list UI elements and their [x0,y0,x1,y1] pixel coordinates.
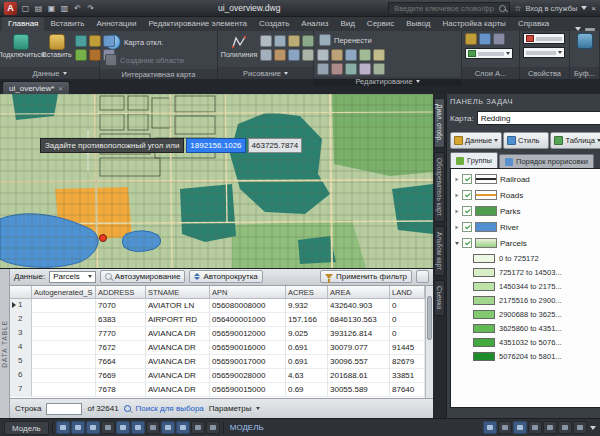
polyline-button[interactable]: Полилиния [221,33,257,59]
cell-stname[interactable]: AVIANCA DR [146,369,210,383]
tool-icon[interactable] [103,35,115,47]
column-header[interactable]: STNAME [146,286,210,299]
cell-address[interactable]: 7664 [96,355,146,369]
help-search-box[interactable] [388,2,510,15]
osnap-icon[interactable] [131,421,145,434]
column-header[interactable]: ACRES [286,286,328,299]
layer-checkbox[interactable] [462,206,472,216]
cell-area[interactable]: 30079.077 [328,341,390,355]
workspace-icon[interactable] [528,421,542,434]
cell-autogenerated[interactable] [32,369,96,383]
layer-tool-icon[interactable] [493,33,505,45]
cell-area[interactable]: 201688.61 [328,369,390,383]
column-header[interactable]: APN [210,286,286,299]
column-header[interactable]: ADDRESS [96,286,146,299]
layer-row[interactable]: Roads [453,187,600,203]
tool-icon[interactable] [302,35,314,47]
ribbon-group-label[interactable]: Свойства [520,67,569,79]
ribbon-tab[interactable]: Аннотации [90,17,142,31]
layer-checkbox[interactable] [462,174,472,184]
cell-autogenerated[interactable] [32,383,96,397]
annotation-scale-icon[interactable] [513,421,527,434]
cell-acres[interactable]: 9.932 [286,299,328,313]
cell-area[interactable]: 30096.557 [328,355,390,369]
ribbon-tab[interactable]: Редактирование элемента [142,17,253,31]
infer-constraints-icon[interactable] [56,421,70,434]
table-scrollbar[interactable] [425,286,433,398]
map-viewport[interactable]: Задайте противоположный угол или 1892156… [0,94,433,268]
model-tab[interactable]: Модель [4,421,49,435]
ribbon-group-label[interactable]: Данные [0,67,99,79]
cell-area[interactable]: 30055.589 [328,383,390,397]
ribbon-tab[interactable]: Вывод [400,17,436,31]
favorites-icon[interactable]: ☆ [514,4,521,13]
insert-button[interactable]: Вставить [42,33,72,59]
display-manager-tab[interactable]: Порядок прорисовки [499,154,594,168]
status-options-chevron-icon[interactable] [590,426,596,430]
ducs-icon[interactable] [161,421,175,434]
autozoom-toggle[interactable]: Автозумирование [100,270,186,283]
search-icon[interactable] [499,5,506,12]
cell-acres[interactable]: 157.166 [286,313,328,327]
grid-icon[interactable] [86,421,100,434]
task-toolbar-button[interactable]: Данные [450,132,502,149]
cell-land[interactable]: 0 [390,313,425,327]
data-table[interactable]: Autogenerated_S ADDRESS STNAME APN ACRES… [10,286,433,398]
table-row[interactable]: 7 7678 AVIANCA DR 056590015000 0.69 3005… [10,383,425,397]
buffer-icon[interactable] [577,33,593,49]
cell-address[interactable]: 6383 [96,313,146,327]
ribbon-group-label[interactable]: Редактирование [314,77,461,86]
tool-icon[interactable] [260,35,272,47]
expand-icon[interactable] [456,177,459,181]
cell-autogenerated[interactable] [32,313,96,327]
polar-icon[interactable] [116,421,130,434]
tool-icon[interactable] [75,35,87,47]
cell-land[interactable]: 33851 [390,369,425,383]
clean-screen-icon[interactable] [573,421,587,434]
palette-tab[interactable]: Альбом карт [434,226,445,276]
cell-area[interactable]: 6846130.563 [328,313,390,327]
tool-icon[interactable] [89,35,101,47]
autoscale-icon[interactable] [498,421,512,434]
table-row[interactable]: 3 7770 AVIANCA DR 056590012000 9.025 393… [10,327,425,341]
scrollbar-thumb[interactable] [427,296,432,340]
expand-icon[interactable] [456,225,459,229]
ribbon-tab[interactable]: Настройка карты [436,17,511,31]
tool-icon[interactable] [317,49,329,61]
options-chevron-icon[interactable] [256,407,260,410]
table-options-icon[interactable] [416,270,429,283]
ribbon-tab[interactable]: Создать [253,17,295,31]
cell-area[interactable]: 432640.903 [328,299,390,313]
display-manager-tab[interactable]: Группы [450,152,498,168]
coordinate-y-input[interactable]: 463725.7874 [248,138,303,153]
cell-stname[interactable]: AVIANCA DR [146,327,210,341]
search-to-select-link[interactable]: Поиск для выбора [136,404,204,413]
cell-acres[interactable]: 9.025 [286,327,328,341]
cell-land[interactable]: 0 [390,327,425,341]
cell-acres[interactable]: 4.63 [286,369,328,383]
palette-tab[interactable]: Обозреватель карт [434,152,445,222]
cell-autogenerated[interactable] [32,341,96,355]
ribbon-tab[interactable]: Сервис [361,17,400,31]
tool-icon[interactable] [331,63,343,75]
task-toolbar-button[interactable]: Таблица [550,132,600,149]
ribbon-tab[interactable]: Анализ [295,17,334,31]
legend-item[interactable]: 2175516 to 2900... [473,293,600,307]
ortho-icon[interactable] [101,421,115,434]
palette-tab[interactable]: Съемка [434,280,445,315]
ribbon-group-label[interactable]: Интерактивная карта [100,69,217,79]
cell-apn[interactable]: 056590012000 [210,327,286,341]
layer-row-parcels[interactable]: Parcels [453,235,600,251]
legend-item[interactable]: 1450344 to 2175... [473,279,600,293]
autoscroll-toggle[interactable]: Автопрокрутка [189,270,262,283]
cell-land[interactable]: 0 [390,299,425,313]
layer-row[interactable]: Parks [453,203,600,219]
new-file-icon[interactable]: ▢ [20,4,31,13]
cell-area[interactable]: 393126.814 [328,327,390,341]
cell-address[interactable]: 7672 [96,341,146,355]
layer-tree[interactable]: Railroad Roads Parks [450,168,600,408]
undo-icon[interactable]: ↶ [72,4,83,13]
cell-land[interactable]: 91445 [390,341,425,355]
tool-icon[interactable] [274,35,286,47]
tool-icon[interactable] [288,35,300,47]
